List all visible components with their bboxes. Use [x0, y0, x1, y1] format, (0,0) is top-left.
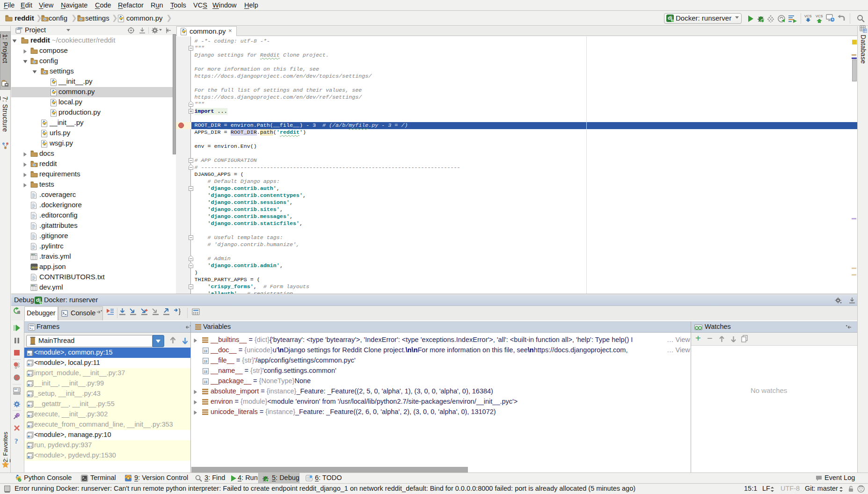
svg-text:18: 18	[204, 360, 207, 363]
svg-text:18: 18	[204, 380, 207, 384]
svg-text:?: ?	[15, 437, 18, 444]
svg-text:18: 18	[204, 349, 207, 353]
svg-text:18: 18	[204, 370, 207, 373]
svg-text:JSON: JSON	[31, 266, 38, 269]
svg-text:VCS: VCS	[804, 14, 811, 18]
svg-text:VCS: VCS	[816, 14, 823, 18]
